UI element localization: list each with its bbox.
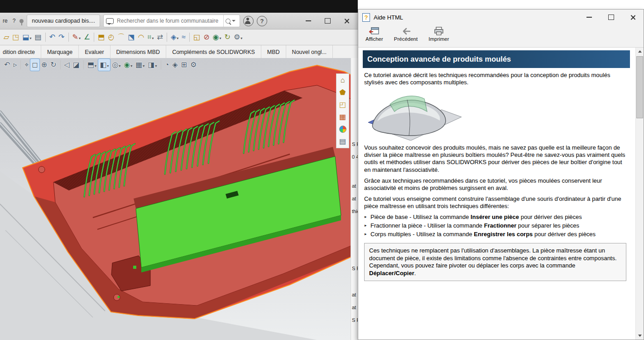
maximize-icon [608, 15, 614, 20]
fillet-icon[interactable]: ◠ [137, 31, 146, 43]
solidworks-resources-icon[interactable]: ⌂ [340, 76, 346, 85]
print-icon[interactable]: ▤ [34, 31, 43, 43]
previous-view-icon[interactable]: ◁ [63, 59, 71, 71]
swept-boss-icon[interactable]: ⌒ [116, 31, 126, 43]
zoom-fit-icon[interactable]: ⌖ [23, 59, 30, 71]
help-scrollbar[interactable] [635, 48, 644, 340]
view-orientation-icon[interactable]: ⬒ [86, 59, 98, 71]
design-library-icon[interactable]: ⬟ [339, 88, 347, 97]
camera-icon[interactable]: ◔ [163, 59, 171, 71]
new-document-icon[interactable]: ▱ [2, 31, 10, 43]
toolbar-separator [189, 33, 190, 42]
smart-dimension-icon[interactable]: ∠ [82, 31, 91, 43]
display-delete-relations-icon[interactable]: ⊘ [202, 31, 211, 43]
search-button[interactable] [223, 15, 237, 27]
help-intro-paragraph: Ce tutoriel avancé décrit les techniques… [364, 72, 629, 86]
ribbon-tab[interactable]: Marquage [41, 45, 79, 59]
taskpane-text-fragment: thie [352, 209, 358, 214]
document-tab[interactable]: nouveau cardiopad bis.... [27, 15, 100, 27]
scroll-up-button[interactable] [636, 48, 644, 55]
dropdown-arrow-icon [130, 61, 132, 69]
scroll-down-button[interactable] [636, 332, 644, 340]
help-minimize-button[interactable] [582, 11, 596, 23]
appearance-icon[interactable]: ◉ [211, 31, 223, 43]
dropdown-arrow-icon [95, 61, 96, 69]
help-paragraph: Vous souhaitez concevoir des produits mo… [364, 144, 629, 173]
redo-icon[interactable]: ↷ [57, 31, 66, 43]
instant3d-icon[interactable]: ◱ [192, 31, 202, 43]
rebuild-icon[interactable]: ↻ [223, 31, 232, 43]
help-window-title: Aide HTML [374, 14, 403, 21]
minimize-icon [306, 20, 311, 21]
ribbon-tab[interactable]: dition directe [0, 45, 41, 59]
dropdown-arrow-icon [79, 33, 81, 41]
print-button-label: Imprimer [428, 36, 449, 42]
back-button[interactable]: Précédent [392, 26, 419, 42]
section-view-icon[interactable]: ◪ [72, 59, 81, 71]
toolbar-separator [83, 60, 84, 69]
3d-drawing-view-icon[interactable]: ◈ [171, 59, 179, 71]
options-icon[interactable]: ⚙ [232, 31, 244, 43]
user-account-icon[interactable] [243, 16, 254, 26]
help-close-button[interactable] [626, 11, 639, 23]
minimize-button[interactable] [299, 14, 318, 28]
show-button-label: Afficher [365, 36, 383, 42]
taskpane-text-fragment: at [352, 292, 356, 297]
save-icon[interactable]: ⬓ [21, 31, 33, 43]
pan-icon[interactable]: ⊕ [40, 59, 48, 71]
taskpane-text-fragment: at [352, 305, 356, 310]
undo-icon[interactable]: ↶ [48, 31, 57, 43]
taskpane-text-fragment: at [352, 196, 356, 201]
help-window: Aide HTML Afficher Précédent [358, 9, 644, 340]
view-palette-icon[interactable]: ▦ [338, 112, 347, 121]
close-icon [630, 15, 636, 20]
revolved-boss-icon[interactable]: ◴ [106, 31, 115, 43]
view-options-icon[interactable]: ⚙ [189, 59, 198, 71]
rotate-view-icon[interactable]: ↻ [49, 59, 58, 71]
hide-show-items-icon[interactable]: ◎ [111, 59, 122, 71]
help-titlebar[interactable]: Aide HTML [358, 10, 644, 25]
dropdown-arrow-icon [30, 33, 32, 41]
close-button[interactable] [337, 14, 356, 28]
taskpane-text-fragment: S P [352, 141, 358, 147]
view-undo-icon[interactable]: ↶ [3, 59, 11, 71]
ribbon-tab[interactable]: Compléments de SOLIDWORKS [166, 45, 261, 59]
linear-pattern-icon[interactable]: ⌗ [146, 31, 155, 43]
minimize-icon [586, 17, 592, 18]
solidworks-titlebar: re ? nouveau cardiopad bis.... [0, 13, 358, 29]
cad-model-scene [0, 58, 351, 340]
select-icon[interactable]: ▹ [12, 59, 18, 71]
print-button[interactable]: Imprimer [427, 26, 451, 42]
curves-icon[interactable]: ≈ [180, 31, 187, 43]
forum-search-input[interactable] [116, 17, 221, 24]
zoom-area-icon[interactable]: ◻ [30, 59, 39, 71]
mirror-icon[interactable]: ⇄ [156, 31, 164, 43]
ribbon-tab[interactable]: Evaluer [79, 45, 110, 59]
show-button[interactable]: Afficher [364, 26, 385, 42]
3d-viewport[interactable]: ↶▹⌖◻⊕↻◁◪⬒◧◎◉▦◨◔◈⊞⚙ ⌂⬟◰▦▤ [0, 58, 351, 340]
toolbar-separator [167, 33, 167, 42]
open-document-icon[interactable]: ◳ [11, 31, 20, 43]
view-settings-icon[interactable]: ◨ [146, 59, 158, 71]
screw-boss [38, 166, 45, 173]
document-tab-label: nouveau cardiopad bis.... [32, 18, 95, 24]
display-style-icon[interactable]: ◧ [98, 59, 110, 71]
ribbon-tab[interactable]: MBD [261, 45, 286, 59]
ribbon-tab[interactable]: Dimensions MBD [111, 45, 167, 59]
scrollbar-thumb[interactable] [636, 56, 643, 118]
appearances-icon[interactable] [338, 125, 347, 134]
apply-scene-icon[interactable]: ▦ [134, 59, 146, 71]
help-icon[interactable] [257, 16, 267, 26]
extruded-cut-icon[interactable]: ⬔ [126, 31, 136, 43]
help-maximize-button[interactable] [604, 11, 618, 23]
reference-geometry-icon[interactable]: ◈ [169, 31, 180, 43]
maximize-button[interactable] [318, 14, 337, 28]
custom-properties-icon[interactable]: ▤ [338, 137, 347, 146]
extruded-boss-icon[interactable]: ⬒ [96, 31, 106, 43]
magnifier-icon [226, 19, 231, 24]
ribbon-tab[interactable]: Nouvel ongl... [286, 45, 333, 59]
file-explorer-icon[interactable]: ◰ [338, 100, 347, 109]
sketch-icon[interactable]: ✎ [71, 31, 82, 43]
edit-appearance-icon[interactable]: ◉ [122, 59, 134, 71]
fullscreen-icon[interactable]: ⊞ [180, 59, 188, 71]
